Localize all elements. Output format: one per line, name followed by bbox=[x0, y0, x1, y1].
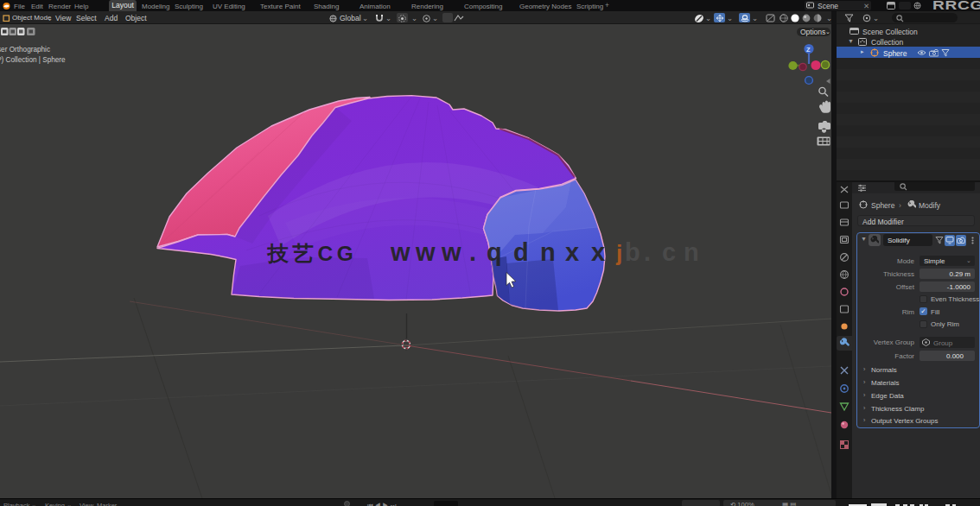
svg-text:?) Collection | Sphere: ?) Collection | Sphere bbox=[0, 56, 66, 64]
svg-text:Z: Z bbox=[806, 46, 811, 54]
svg-text:ser Orthographic: ser Orthographic bbox=[0, 46, 50, 54]
svg-text:技艺CG: 技艺CG bbox=[267, 242, 358, 265]
svg-text:b.cn: b.cn bbox=[625, 238, 699, 266]
svg-text:Options: Options bbox=[800, 28, 825, 36]
svg-text:⌄: ⌄ bbox=[825, 28, 830, 35]
svg-text:www.qdnxx: www.qdnxx bbox=[390, 238, 605, 266]
svg-text:j: j bbox=[615, 240, 622, 266]
